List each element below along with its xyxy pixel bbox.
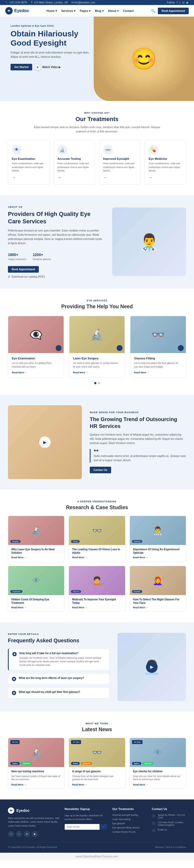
instagram-icon[interactable]: in [183, 1, 185, 4]
footer-youtube-icon[interactable]: ▶ [32, 831, 38, 837]
news-0-readmore[interactable]: Read More → [11, 783, 61, 786]
news-1-readmore[interactable]: Read More → [72, 783, 122, 786]
news-card-1: 👓 27 Jun Retail Eyewear A range of eye g… [68, 738, 125, 789]
nav-services[interactable]: Services ▾ [61, 9, 76, 13]
case-0-readmore[interactable]: Read More → [11, 556, 61, 559]
logo-text: Eyedoc [14, 8, 29, 13]
faq-question-2: What age should my child get their first… [19, 690, 80, 693]
email-icon [152, 829, 156, 832]
watch-video-button[interactable]: ▶ Watch Video ▶ [35, 64, 61, 70]
case-3-readmore[interactable]: Read More → [11, 606, 61, 609]
footer-contact-address: 123 Main Road, London, United Kingdom [152, 821, 186, 826]
treatment-1-title: Accurate Testing [58, 157, 91, 160]
footer-treatment-4[interactable]: Contact lenses tbi you [112, 831, 147, 833]
logo: 👁 Eyedoc [5, 7, 29, 14]
footer-contact-email[interactable]: Email Us [152, 829, 186, 832]
case-body-0: Why Laser Eye Surgery Is An Ideal Soluti… [8, 545, 64, 561]
quote-block: ❝❝ Nulla malesuada viverra tortor, at pe… [90, 449, 186, 463]
service-badge-1: → [117, 345, 122, 351]
treatments-label: Why Choose Us? [8, 112, 186, 114]
case-5-readmore[interactable]: Read More → [133, 606, 183, 609]
search-icon[interactable]: 🔍 [151, 9, 155, 13]
footer-treatment-0[interactable]: General eyesight testing [112, 814, 147, 816]
treatment-0-link[interactable]: → [12, 175, 16, 180]
treatments-title: Our Treatments [8, 116, 186, 123]
hero-text: London Optician & Eye Care Clinic Obtain… [10, 25, 90, 70]
footer-twitter-icon[interactable]: t [16, 831, 22, 837]
case-card-2: 👨‍⚕️ Optician Importance Of Using An Exp… [130, 516, 186, 562]
faq-play-button[interactable]: ▶ [146, 661, 158, 673]
footer-treatment-2[interactable]: Eye glasses [112, 822, 147, 825]
footer-facebook-icon[interactable]: f [8, 831, 14, 837]
faq-label: Enter Your Details [8, 633, 110, 636]
footer-about-text: Elitur erat primis nec elit commodo posu… [8, 816, 59, 828]
improved-eyesight-icon: 👓 [103, 145, 113, 155]
nav-pages[interactable]: Pages ▾ [80, 9, 90, 13]
news-badges-0: Optics Optician [10, 762, 32, 765]
nav-contact[interactable]: Contact [123, 9, 134, 12]
laser-surgery-service-image: 🔬 → [70, 316, 125, 353]
policy-links[interactable]: Sitemap | Terms & Conditions [155, 846, 186, 848]
service-0-readmore[interactable]: Read More → [12, 371, 60, 374]
hero-person-photo: 😊 [94, 17, 194, 101]
footer-treatment-3[interactable]: Eye glasses fitting service [112, 826, 147, 829]
phone-info: 📞 +20 1234 5678 [5, 1, 27, 4]
news-0-title: New eye testing machines [11, 770, 61, 773]
faq-item-1[interactable]: What are the long-term effects of laser … [8, 673, 110, 684]
news-badge-1a: Retail [71, 762, 80, 765]
footer-treatments-list: General eyesight testing Laser eye testi… [112, 814, 147, 833]
newsletter-email-input[interactable] [65, 824, 100, 830]
treatment-1-link[interactable]: → [58, 175, 61, 180]
treatment-card-2: 👓 Improved Eyesight Proin condimentum, n… [99, 140, 141, 185]
facebook-icon[interactable]: f [177, 1, 177, 4]
news-badge-0b: Optician [21, 762, 32, 765]
about-image: 👨‍⚕️ OPTICIAN [112, 208, 186, 276]
service-body-2: Glasses Fitting Let us help you select t… [130, 353, 186, 378]
get-started-button[interactable]: Get Started [10, 64, 32, 70]
case-1-title: The Leading Causes Of Vision Loss In Adu… [72, 548, 122, 555]
news-badge-1b: Eyewear [81, 762, 92, 765]
newsletter-submit-button[interactable]: → [100, 824, 107, 830]
youtube-icon[interactable]: ▶ [187, 1, 189, 4]
hero-image: 😊 [94, 17, 194, 101]
news-2-readmore[interactable]: Read More → [133, 783, 183, 786]
book-appointment-button[interactable]: Book Appointment [158, 8, 189, 14]
news-date-2: 26 May [132, 740, 142, 744]
nav-home[interactable]: Home ▾ [47, 9, 57, 13]
footer-social: f t in ▶ [8, 831, 59, 837]
service-1-readmore[interactable]: Read More → [73, 371, 121, 374]
outsourcing-text: Make Sense For Your Business The Growing… [90, 411, 186, 473]
nav-blog[interactable]: Blog ▾ [95, 9, 104, 13]
play-icon: ▶ [35, 64, 40, 70]
case-4-readmore[interactable]: Read More → [72, 606, 122, 609]
news-grid: 🔬 08 Jul Optics Optician New eye testing… [8, 738, 186, 789]
case-body-2: Importance Of Using An Experienced Optic… [130, 545, 186, 561]
faq-question-1: What are the long-term effects of laser … [19, 677, 84, 680]
news-2-title: Eye checks for children [133, 770, 183, 773]
treatment-3-desc: Proin condimentum, nulla sed scelerisque… [148, 162, 182, 173]
service-body-0: Eye Examination Let us help you when it'… [8, 353, 64, 378]
case-badge-2: Optician [132, 540, 142, 543]
contact-us-button[interactable]: Contact Us [90, 467, 111, 473]
faq-content-0: How long will it take for a full eye exa… [19, 652, 106, 667]
case-1-readmore[interactable]: Read More → [72, 556, 122, 559]
treatment-2-link[interactable]: → [103, 175, 107, 180]
book-appointment-about-button[interactable]: Book Appointment [8, 266, 39, 273]
case-2-readmore[interactable]: Read More → [133, 556, 183, 559]
dot-2[interactable] [98, 382, 100, 384]
stat-happy-customers: 1800+ Happy customers [8, 250, 26, 261]
faq-item-2[interactable]: What age should my child get their first… [8, 687, 110, 699]
nav-about[interactable]: About ▾ [108, 9, 119, 13]
dot-1[interactable] [94, 382, 96, 384]
news-badges-2: Optics Optician [132, 762, 154, 765]
service-2-title: Glasses Fitting [134, 357, 182, 360]
treatment-3-link[interactable]: → [148, 175, 152, 180]
treatment-0-title: Eye Examination [12, 157, 46, 160]
footer-instagram-icon[interactable]: in [24, 831, 30, 837]
twitter-icon[interactable]: t [179, 1, 180, 4]
nav-links: Home ▾ Services ▾ Pages ▾ Blog ▾ About ▾… [47, 9, 134, 13]
service-2-readmore[interactable]: Read More → [134, 371, 182, 374]
footer-treatment-1[interactable]: Laser eye testing [112, 818, 147, 820]
faq-item-0[interactable]: How long will it take for a full eye exa… [8, 648, 110, 671]
download-catalog-link[interactable]: ⬇ Download our catalog (PDF) [8, 275, 104, 278]
